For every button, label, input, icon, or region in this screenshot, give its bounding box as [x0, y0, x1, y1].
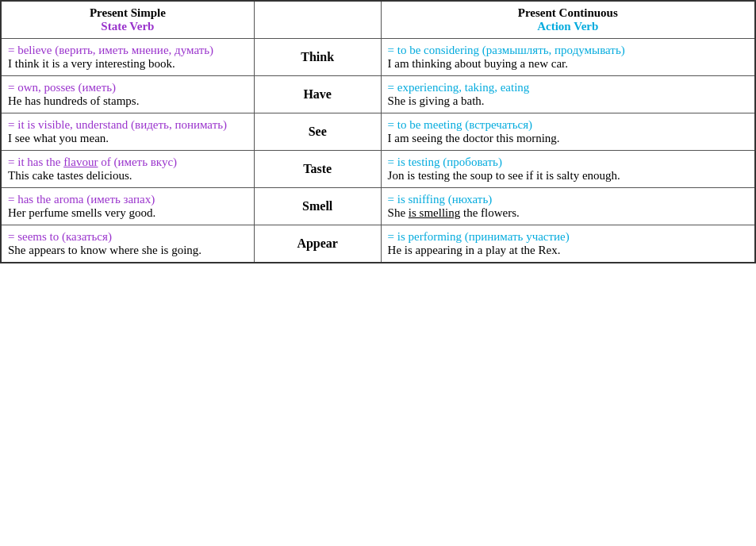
left-colored-4: = has the aroma (иметь запах) [8, 193, 155, 206]
right-colored-0: = to be considering (размышлять, продумы… [388, 44, 625, 56]
left-cell-3: = it has the flavour of (иметь вкус)This… [1, 151, 254, 188]
right-colored-3: = is testing (пробовать) [388, 156, 502, 168]
right-cell-1: = experiencing, taking, eatingShe is giv… [381, 76, 755, 113]
left-cell-5: = seems to (казаться)She appears to know… [1, 225, 254, 263]
verb-label-0: Think [301, 50, 334, 63]
right-normal-1: She is giving a bath. [388, 94, 485, 107]
left-normal-3: This cake tastes delicious. [8, 169, 132, 182]
left-normal-4: Her perfume smells very good. [8, 206, 155, 219]
header-left-title: Present Simple [90, 6, 166, 19]
verb-cell-4: Smell [254, 188, 381, 225]
verb-cell-3: Taste [254, 151, 381, 188]
right-colored-1: = experiencing, taking, eating [388, 81, 530, 94]
right-colored-5: = is performing (принимать участие) [388, 230, 570, 243]
right-normal-4: She is smelling the flowers. [388, 206, 520, 219]
right-normal-3: Jon is testing the soup to see if it is … [388, 169, 620, 182]
right-cell-5: = is performing (принимать участие)He is… [381, 225, 755, 263]
header-left-subtitle: State Verb [101, 20, 154, 33]
left-colored-3: = it has the flavour of (иметь вкус) [8, 156, 177, 168]
left-normal-5: She appears to know where she is going. [8, 244, 201, 256]
right-cell-4: = is sniffing (нюхать)She is smelling th… [381, 188, 755, 225]
header-mid [254, 1, 381, 39]
right-normal-2: I am seeing the doctor this morning. [388, 132, 560, 144]
left-cell-2: = it is visible, understand (видеть, пон… [1, 113, 254, 151]
left-colored-5: = seems to (казаться) [8, 230, 112, 243]
left-cell-4: = has the aroma (иметь запах)Her perfume… [1, 188, 254, 225]
verb-cell-2: See [254, 113, 381, 151]
left-normal-0: I think it is a very interesting book. [8, 57, 175, 70]
right-colored-4: = is sniffing (нюхать) [388, 193, 493, 206]
verb-label-1: Have [303, 87, 332, 101]
header-right-subtitle: Action Verb [537, 20, 598, 33]
verb-label-5: Appear [297, 236, 338, 250]
header-left: Present Simple State Verb [1, 1, 254, 39]
left-cell-1: = own, posses (иметь)He has hundreds of … [1, 76, 254, 113]
header-right-title: Present Continuous [518, 6, 618, 19]
verb-label-4: Smell [302, 199, 332, 213]
right-cell-2: = to be meeting (встречаться)I am seeing… [381, 113, 755, 151]
verb-label-3: Taste [303, 162, 332, 175]
left-colored-1: = own, posses (иметь) [8, 81, 116, 94]
header-right: Present Continuous Action Verb [381, 1, 755, 39]
right-cell-0: = to be considering (размышлять, продумы… [381, 39, 755, 76]
left-normal-2: I see what you mean. [8, 132, 109, 144]
verb-cell-5: Appear [254, 225, 381, 263]
left-colored-2: = it is visible, understand (видеть, пон… [8, 118, 227, 131]
left-normal-1: He has hundreds of stamps. [8, 94, 139, 107]
verb-cell-1: Have [254, 76, 381, 113]
right-normal-5: He is appearing in a play at the Rex. [388, 244, 561, 256]
verb-label-2: See [309, 125, 327, 138]
left-colored-0: = believe (верить, иметь мнение, думать) [8, 44, 213, 56]
right-cell-3: = is testing (пробовать)Jon is testing t… [381, 151, 755, 188]
verb-cell-0: Think [254, 39, 381, 76]
right-normal-0: I am thinking about buying a new car. [388, 57, 568, 70]
right-colored-2: = to be meeting (встречаться) [388, 118, 533, 131]
left-cell-0: = believe (верить, иметь мнение, думать)… [1, 39, 254, 76]
